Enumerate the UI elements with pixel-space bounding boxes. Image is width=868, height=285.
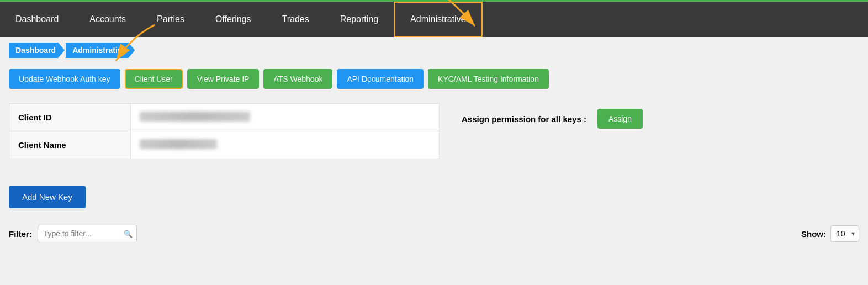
table-row: Client Name — [9, 131, 440, 159]
filter-row: Filter: 🔍 Show: 10 25 50 — [9, 219, 859, 248]
bottom-section: Add New Key Filter: 🔍 Show: 10 25 50 — [0, 177, 868, 257]
filter-label: Filter: — [9, 229, 32, 239]
client-name-value — [130, 131, 439, 159]
client-id-blurred — [140, 112, 250, 122]
api-documentation-button[interactable]: API Documentation — [337, 69, 424, 89]
client-user-button[interactable]: Client User — [125, 69, 183, 89]
content-area: Client ID Client Name Assign permission … — [0, 94, 868, 177]
nav-item-parties[interactable]: Parties — [141, 2, 200, 37]
client-name-blurred — [140, 139, 217, 149]
client-table: Client ID Client Name — [9, 103, 440, 159]
show-select[interactable]: 10 25 50 — [830, 225, 859, 242]
filter-left: Filter: 🔍 — [9, 225, 137, 242]
nav-item-administrative[interactable]: Administrative — [394, 2, 482, 37]
client-id-value — [130, 104, 439, 131]
view-private-ip-button[interactable]: View Private IP — [187, 69, 260, 89]
assign-permission-section: Assign permission for all keys : Assign — [462, 103, 643, 129]
update-webhook-auth-key-button[interactable]: Update Webhook Auth key — [9, 69, 120, 89]
search-icon: 🔍 — [124, 230, 133, 238]
breadcrumb: Dashboard Administrative — [0, 37, 868, 64]
nav-item-dashboard[interactable]: Dashboard — [0, 2, 74, 37]
filter-input-wrap: 🔍 — [38, 225, 137, 242]
show-right: Show: 10 25 50 — [801, 225, 859, 242]
client-name-label: Client Name — [9, 131, 131, 159]
sub-nav-wrapper: Update Webhook Auth key Client User View… — [0, 64, 868, 94]
nav-item-trades[interactable]: Trades — [267, 2, 325, 37]
breadcrumb-dashboard[interactable]: Dashboard — [9, 43, 65, 58]
table-row: Client ID — [9, 104, 440, 131]
show-label: Show: — [801, 229, 826, 239]
client-info-section: Client ID Client Name — [9, 103, 440, 168]
top-nav: Dashboard Accounts Parties Offerings Tra… — [0, 0, 868, 37]
show-select-wrap: 10 25 50 — [830, 225, 859, 242]
kyc-aml-testing-button[interactable]: KYC/AML Testing Information — [428, 69, 549, 89]
middle-layout: Client ID Client Name Assign permission … — [9, 103, 859, 168]
filter-input[interactable] — [38, 225, 137, 242]
assign-button[interactable]: Assign — [597, 109, 643, 129]
client-id-label: Client ID — [9, 104, 131, 131]
sub-nav: Update Webhook Auth key Client User View… — [0, 64, 868, 94]
ats-webhook-button[interactable]: ATS Webhook — [263, 69, 332, 89]
assign-permission-label: Assign permission for all keys : — [462, 114, 586, 124]
add-new-key-button[interactable]: Add New Key — [9, 186, 86, 208]
nav-item-accounts[interactable]: Accounts — [74, 2, 141, 37]
nav-item-offerings[interactable]: Offerings — [200, 2, 267, 37]
nav-item-reporting[interactable]: Reporting — [325, 2, 394, 37]
breadcrumb-administrative[interactable]: Administrative — [66, 43, 135, 58]
